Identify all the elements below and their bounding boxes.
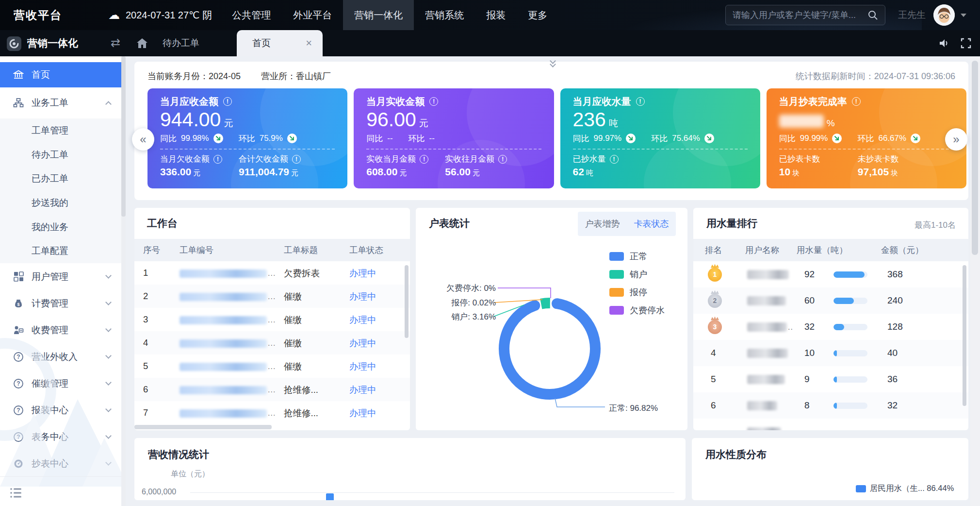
workbench-scrollbar-thumb[interactable] <box>405 265 408 338</box>
info-icon[interactable] <box>610 155 619 164</box>
carousel-next-button[interactable]: » <box>945 128 967 151</box>
tab-todo-workorder[interactable]: 待办工单 <box>163 30 199 56</box>
legend-item[interactable]: 欠费停水 <box>609 304 665 316</box>
app-logo: 营收平台 <box>14 8 62 23</box>
info-icon[interactable] <box>636 97 645 106</box>
sidebar-item-label: 用户管理 <box>32 270 68 283</box>
nav-item-more[interactable]: 更多 <box>517 0 558 30</box>
table-row[interactable]: 6832 <box>693 392 968 419</box>
collapse-header-icon[interactable] <box>547 59 558 70</box>
sidebar-subitem-todo-orders[interactable]: 待办工单 <box>0 143 121 167</box>
stat-card-receivable-amount: 当月应收金额 944.00元 同比99.98% 环比75.9% 当月欠收金额 3… <box>147 88 347 188</box>
ranking-scrollbar-thumb[interactable] <box>963 265 966 406</box>
trend-down-icon <box>832 134 842 143</box>
tab-close-icon[interactable]: × <box>306 38 312 49</box>
sidebar-item-billing[interactable]: $ 计费管理 <box>0 290 121 317</box>
sidebar-item-collection[interactable]: ? 催缴管理 <box>0 370 121 397</box>
collapse-menu-icon[interactable] <box>10 487 22 499</box>
table-row[interactable]: 5936 <box>693 366 968 392</box>
cashier-icon <box>13 324 24 336</box>
sidebar-item-home[interactable]: 首页 <box>0 62 121 87</box>
search-icon[interactable] <box>867 10 878 20</box>
masked-value <box>779 115 824 128</box>
sidebar-subitem-cc-me[interactable]: 抄送我的 <box>0 191 121 215</box>
fullscreen-icon[interactable] <box>961 38 971 49</box>
home-icon[interactable] <box>136 38 148 51</box>
workbench-panel: 工作台 序号 工单编号 工单标题 工单状态 1...欠费拆表办理中 2...催缴… <box>134 208 410 430</box>
sidebar-item-nonbiz-income[interactable]: ? 营业外收入 <box>0 343 121 370</box>
table-row[interactable]: 4...催缴办理中 <box>134 331 410 354</box>
page-scrollbar-thumb[interactable] <box>972 61 978 255</box>
table-row[interactable]: 2...催缴办理中 <box>134 285 410 308</box>
sidebar-item-reading-center[interactable]: 抄表中心 <box>0 450 121 477</box>
table-row[interactable]: 5...催缴办理中 <box>134 354 410 378</box>
legend-item[interactable]: 销户 <box>609 269 665 280</box>
table-row[interactable] <box>693 419 968 430</box>
stat-card-reading-rate: 当月抄表完成率 % 同比99.99% 环比66.67% 已抄表卡数 10块 未抄… <box>767 88 966 188</box>
sidebar-scrollbar-thumb[interactable] <box>121 56 126 217</box>
nav-item-public[interactable]: 公共管理 <box>221 0 282 30</box>
sidebar-item-install-center[interactable]: ? 报装中心 <box>0 397 121 423</box>
app-icon <box>7 36 21 51</box>
chevron-down-icon <box>105 379 112 386</box>
meter-icon <box>13 458 24 470</box>
sidebar-item-meter-center[interactable]: ? 表务中心 <box>0 423 121 450</box>
tab-home[interactable]: 首页 × <box>237 30 323 56</box>
table-row[interactable]: 260240 <box>693 287 968 314</box>
sidebar-subitem-order-manage[interactable]: 工单管理 <box>0 118 121 143</box>
table-row[interactable]: 41040 <box>693 340 968 366</box>
avatar[interactable] <box>933 4 955 26</box>
sidebar-subitem-my-business[interactable]: 我的业务 <box>0 215 121 239</box>
chevron-down-icon <box>105 272 112 279</box>
table-row[interactable]: 3..32128 <box>693 314 968 340</box>
sidebar-subitem-done-orders[interactable]: 已办工单 <box>0 167 121 191</box>
table-row[interactable]: 6...抢维修...办理中 <box>134 378 410 401</box>
info-icon[interactable] <box>223 97 232 106</box>
info-icon[interactable] <box>213 155 222 164</box>
stat-card-receivable-water: 当月应收水量 236吨 同比99.97% 环比75.64% 已抄水量 62吨 <box>560 88 760 188</box>
question-circle-icon: ? <box>13 431 24 443</box>
office-label: 营业所： <box>261 70 296 82</box>
chevron-down-icon <box>105 353 112 359</box>
table-row[interactable]: 7...抢维修...办理中 <box>134 401 410 424</box>
nav-item-field[interactable]: 外业平台 <box>282 0 343 30</box>
nav-item-install[interactable]: 报装 <box>475 0 517 30</box>
sidebar-item-workorders[interactable]: 业务工单 <box>0 87 121 118</box>
sound-icon[interactable] <box>938 37 950 49</box>
nav-item-marketing-integration[interactable]: 营销一体化 <box>343 0 414 30</box>
bank-icon <box>13 69 24 81</box>
nav-item-marketing-system[interactable]: 营销系统 <box>414 0 475 30</box>
info-icon[interactable] <box>429 97 438 106</box>
sidebar-item-users[interactable]: 用户管理 <box>0 263 121 290</box>
svg-text:?: ? <box>16 354 20 360</box>
user-menu-caret-icon[interactable] <box>961 14 966 17</box>
table-row[interactable]: 3...催缴办理中 <box>134 308 410 331</box>
question-circle-icon: ? <box>13 351 24 363</box>
question-circle-icon: ? <box>13 378 24 389</box>
legend-item[interactable]: 正常 <box>609 251 665 262</box>
sidebar-subitem-order-config[interactable]: 工单配置 <box>0 239 121 263</box>
ranking-rows: 192368 260240 3..32128 41040 5936 6832 <box>693 261 968 430</box>
sidebar-item-charging[interactable]: 收费管理 <box>0 317 121 343</box>
global-search[interactable] <box>725 5 885 25</box>
username[interactable]: 王先生 <box>898 9 926 21</box>
chevron-up-icon <box>105 101 112 107</box>
workbench-hscrollbar-thumb[interactable] <box>134 425 272 429</box>
y-axis-tick: 6,000,000 <box>142 488 176 496</box>
carousel-prev-button[interactable]: « <box>132 128 154 151</box>
info-icon[interactable] <box>420 155 428 164</box>
table-row[interactable]: 1...欠费拆表办理中 <box>134 261 410 285</box>
table-row[interactable]: 192368 <box>693 261 968 287</box>
chevron-down-icon <box>105 299 112 305</box>
info-icon[interactable] <box>852 97 861 106</box>
trend-down-icon <box>626 134 636 143</box>
swap-tabs-icon[interactable]: ⇄ <box>111 30 120 56</box>
water-nature-legend[interactable]: 居民用水（生... 86.44% <box>856 483 954 494</box>
bronze-medal-icon: 3 <box>708 320 722 334</box>
svg-text:?: ? <box>16 407 20 414</box>
water-nature-title: 用水性质分布 <box>705 448 767 461</box>
tabbar-icons <box>938 30 971 56</box>
search-input[interactable] <box>733 10 867 20</box>
top-nav: 公共管理 外业平台 营销一体化 营销系统 报装 更多 <box>221 0 558 30</box>
legend-item[interactable]: 报停 <box>609 287 665 298</box>
